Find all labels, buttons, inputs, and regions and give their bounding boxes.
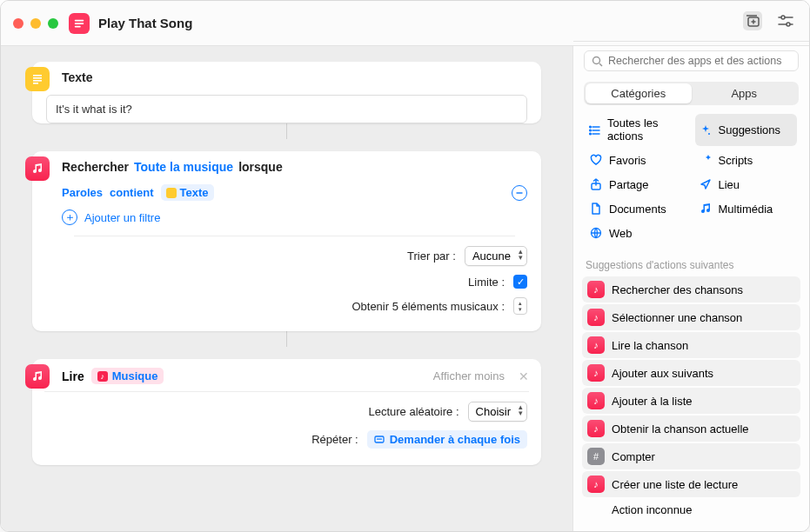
music-icon: ♪ [587,420,605,437]
svg-point-18 [708,133,710,135]
svg-point-17 [590,133,592,135]
shortcut-icon [69,13,90,34]
sort-label: Trier par : [62,249,456,263]
shuffle-label: Lecture aléatoire : [46,405,459,418]
segmented-control[interactable]: Catégories Apps [584,82,799,105]
library-toggle-button[interactable] [743,11,762,30]
music-action-icon [25,156,50,181]
filter-row: Paroles contient Texte [62,181,527,204]
wand-icon [699,153,713,167]
music-icon: ♪ [587,309,605,326]
text-value-field[interactable]: It's it what is it? [46,95,527,123]
cat-suggestions[interactable]: Suggestions [695,114,798,146]
location-icon [699,177,713,191]
plus-icon: ＋ [62,209,77,225]
sort-select[interactable]: Aucune▴▾ [465,246,527,266]
music-icon: ♪ [587,281,605,298]
connector [32,343,541,359]
music-icon [699,202,713,216]
seg-categories[interactable]: Catégories [586,83,692,103]
document-icon [589,202,603,216]
music-action-icon [25,364,50,389]
music-chip-icon: ♪ [97,371,108,382]
music-icon: ♪ [587,392,605,409]
traffic-lights [13,18,58,29]
search-field[interactable] [584,50,799,71]
cat-share[interactable]: Partage [586,174,688,195]
get-items-label: Obtenir 5 éléments musicaux : [62,300,505,313]
search-input[interactable] [608,55,791,67]
close-window[interactable] [13,18,23,29]
shuffle-select[interactable]: Choisir▴▾ [468,402,527,422]
action-play-music[interactable]: Lire ♪ Musique Afficher moins ✕ Lecture … [32,359,541,465]
suggestion-item[interactable]: ♪Ajouter à la liste [582,388,800,414]
action-find-music[interactable]: Rechercher Toute la musique lorsque Paro… [32,151,541,331]
suggestions-header: Suggestions d'actions suivantes [573,252,809,275]
editor-canvas: Texte It's it what is it? Rechercher Tou… [1,46,572,531]
suggestion-item[interactable]: ♪Obtenir la chanson actuelle [582,416,800,442]
svg-rect-7 [33,83,38,84]
suggestion-item[interactable]: ♪Ajouter aux suivants [582,360,800,386]
heart-icon [589,153,603,167]
text-action-title: Texte [32,62,541,91]
cat-documents[interactable]: Documents [586,198,688,219]
search-icon [592,56,603,67]
svg-point-14 [593,57,600,63]
repeat-ask-chip[interactable]: Demander à chaque fois [367,430,527,449]
svg-point-16 [590,130,592,131]
cat-favorites[interactable]: Favoris [586,150,688,170]
add-filter-button[interactable]: ＋ Ajouter un filtre [62,204,527,234]
action-text[interactable]: Texte It's it what is it? [32,62,541,123]
cat-location[interactable]: Lieu [695,174,798,195]
find-when: lorsque [238,160,283,174]
find-label: Rechercher [62,160,129,174]
text-var-icon [166,188,177,198]
svg-point-15 [590,126,592,128]
music-icon: ♪ [587,475,605,493]
remove-filter-button[interactable] [512,185,527,201]
cat-scripts[interactable]: Scripts [695,150,798,170]
music-var-chip[interactable]: ♪ Musique [91,368,164,384]
share-icon [589,177,603,191]
music-icon: ♪ [587,364,605,382]
svg-rect-0 [75,19,84,21]
suggestion-item[interactable]: ♪Créer une liste de lecture [582,471,800,497]
svg-point-12 [781,16,785,19]
cat-web[interactable]: Web [586,223,688,243]
show-less-button[interactable]: Afficher moins [433,369,505,382]
connector [32,136,541,151]
repeat-label: Répéter : [46,433,358,446]
minimize-window[interactable] [30,18,41,29]
suggestion-item[interactable]: #Compter [582,443,800,469]
hash-icon: # [587,448,605,465]
zoom-window[interactable] [48,18,58,29]
suggestion-item[interactable]: ♪Sélectionner une chanson [582,304,800,330]
suggestion-item[interactable]: ♪Rechercher des chansons [582,276,800,303]
seg-apps[interactable]: Apps [692,83,798,103]
find-scope[interactable]: Toute la musique [134,160,233,174]
svg-point-13 [787,23,790,26]
get-items-stepper[interactable]: ▴▾ [513,297,527,315]
settings-button[interactable] [776,11,795,30]
svg-rect-5 [33,77,42,79]
limit-checkbox[interactable]: ✓ [513,275,527,289]
library-sidebar: Catégories Apps Toutes les actions Sugge… [572,46,809,531]
svg-rect-2 [75,25,81,27]
filter-op[interactable]: contient [110,186,154,199]
filter-field[interactable]: Paroles [62,186,103,199]
svg-rect-4 [33,75,42,76]
remove-action-button[interactable]: ✕ [519,369,529,383]
suggestion-unknown[interactable]: Action inconnue [582,499,800,521]
limit-label: Limite : [62,276,505,289]
music-icon: ♪ [587,336,605,354]
svg-rect-8 [517,192,523,193]
list-icon [589,123,601,137]
suggestion-item[interactable]: ♪Lire la chanson [582,332,800,358]
sparkle-icon [699,123,713,137]
filter-value-chip[interactable]: Texte [161,184,214,201]
play-label: Lire [62,369,84,383]
text-action-icon [25,67,50,91]
svg-rect-10 [377,438,382,439]
cat-media[interactable]: Multimédia [695,198,798,219]
cat-all-actions[interactable]: Toutes les actions [586,114,688,146]
